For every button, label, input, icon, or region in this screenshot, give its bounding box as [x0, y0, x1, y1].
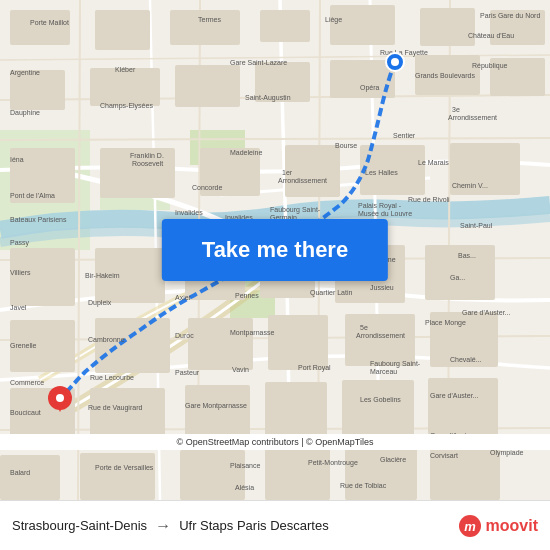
svg-text:Porte de Versailles: Porte de Versailles — [95, 464, 154, 471]
svg-text:Sentier: Sentier — [393, 132, 416, 139]
take-me-there-button[interactable]: Take me there — [162, 219, 388, 281]
svg-text:Concorde: Concorde — [192, 184, 222, 191]
svg-text:Bateaux Parisiens: Bateaux Parisiens — [10, 216, 67, 223]
destination-label: Ufr Staps Paris Descartes — [179, 518, 329, 533]
moovit-logo: m moovit — [458, 514, 538, 538]
svg-rect-24 — [175, 65, 240, 107]
svg-text:Grenelle: Grenelle — [10, 342, 37, 349]
svg-rect-45 — [345, 314, 415, 366]
route-info: Strasbourg-Saint-Denis → Ufr Staps Paris… — [12, 517, 458, 535]
svg-text:Passy: Passy — [10, 239, 30, 247]
svg-text:Kléber: Kléber — [115, 66, 136, 73]
svg-rect-43 — [188, 318, 253, 370]
svg-text:Quartier Latin: Quartier Latin — [310, 289, 353, 297]
svg-rect-48 — [90, 388, 165, 440]
svg-text:Liège: Liège — [325, 16, 342, 24]
svg-text:Corvisart: Corvisart — [430, 452, 458, 459]
svg-rect-15 — [10, 10, 70, 45]
svg-text:Termes: Termes — [198, 16, 221, 23]
svg-text:Rue de Vaugirard: Rue de Vaugirard — [88, 404, 142, 412]
svg-text:Vavin: Vavin — [232, 366, 249, 373]
svg-text:Javel: Javel — [10, 304, 27, 311]
svg-rect-53 — [0, 455, 60, 500]
svg-text:Bir-Hakeim: Bir-Hakeim — [85, 272, 120, 279]
svg-text:Alésia: Alésia — [235, 484, 254, 491]
svg-text:Gare d'Auster...: Gare d'Auster... — [430, 392, 478, 399]
svg-rect-22 — [10, 70, 65, 110]
app: Porte Maillot Termes Liège Paris Gare du… — [0, 0, 550, 550]
svg-rect-35 — [10, 248, 75, 306]
svg-text:Pont de l'Alma: Pont de l'Alma — [10, 192, 55, 199]
svg-text:Chemin V...: Chemin V... — [452, 182, 488, 189]
svg-text:Ga...: Ga... — [450, 274, 465, 281]
origin-label: Strasbourg-Saint-Denis — [12, 518, 147, 533]
svg-text:Gare d'Auster...: Gare d'Auster... — [462, 309, 510, 316]
svg-text:Dupleix: Dupleix — [88, 299, 112, 307]
svg-text:Boucicaut: Boucicaut — [10, 409, 41, 416]
svg-text:Petit-Montrouge: Petit-Montrouge — [308, 459, 358, 467]
svg-text:Les Gobelins: Les Gobelins — [360, 396, 401, 403]
svg-text:Montparnasse: Montparnasse — [230, 329, 274, 337]
svg-text:Commerce: Commerce — [10, 379, 44, 386]
footer: Strasbourg-Saint-Denis → Ufr Staps Paris… — [0, 500, 550, 550]
svg-text:Franklin D.: Franklin D. — [130, 152, 164, 159]
svg-text:3e: 3e — [452, 106, 460, 113]
svg-text:Opéra: Opéra — [360, 84, 380, 92]
svg-text:Bourse: Bourse — [335, 142, 357, 149]
svg-text:Paris Gare du Nord: Paris Gare du Nord — [480, 12, 540, 19]
svg-text:Iéna: Iéna — [10, 156, 24, 163]
svg-text:Gare Saint-Lazare: Gare Saint-Lazare — [230, 59, 287, 66]
svg-text:Grands Boulevards: Grands Boulevards — [415, 72, 475, 79]
svg-text:Rue de Tolbiac: Rue de Tolbiac — [340, 482, 387, 489]
svg-text:Le Marais: Le Marais — [418, 159, 449, 166]
svg-text:Glacière: Glacière — [380, 456, 406, 463]
svg-text:Axier: Axier — [175, 294, 192, 301]
svg-point-150 — [56, 394, 64, 402]
moovit-text: moovit — [486, 517, 538, 535]
svg-rect-55 — [180, 450, 245, 500]
svg-text:Chevalé...: Chevalé... — [450, 356, 482, 363]
map-attribution: © OpenStreetMap contributors | © OpenMap… — [0, 434, 550, 450]
svg-rect-32 — [285, 145, 340, 197]
svg-rect-42 — [95, 318, 170, 373]
svg-text:République: République — [472, 62, 508, 70]
svg-text:Port Royal: Port Royal — [298, 364, 331, 372]
svg-text:Musée du Louvre: Musée du Louvre — [358, 210, 412, 217]
arrow-icon: → — [155, 517, 171, 535]
svg-text:Invalides: Invalides — [175, 209, 203, 216]
svg-text:Arrondissement: Arrondissement — [278, 177, 327, 184]
svg-text:1er: 1er — [282, 169, 293, 176]
svg-text:m: m — [464, 519, 476, 534]
svg-text:Palais Royal -: Palais Royal - — [358, 202, 402, 210]
svg-text:Duroc: Duroc — [175, 332, 194, 339]
svg-text:Faubourg Saint-: Faubourg Saint- — [270, 206, 321, 214]
svg-text:Pennes: Pennes — [235, 292, 259, 299]
svg-text:Dauphine: Dauphine — [10, 109, 40, 117]
svg-rect-16 — [95, 10, 150, 50]
svg-text:Rue de Rivoli: Rue de Rivoli — [408, 196, 450, 203]
svg-text:Marceau: Marceau — [370, 368, 397, 375]
svg-rect-52 — [428, 378, 498, 435]
svg-text:Roosevelt: Roosevelt — [132, 160, 163, 167]
svg-text:Place Monge: Place Monge — [425, 319, 466, 327]
svg-text:Champs-Elysées: Champs-Elysées — [100, 102, 153, 110]
svg-rect-51 — [342, 380, 414, 438]
svg-text:Balard: Balard — [10, 469, 30, 476]
svg-text:Rue Lecourbe: Rue Lecourbe — [90, 374, 134, 381]
svg-rect-54 — [80, 453, 155, 500]
svg-rect-56 — [265, 448, 330, 500]
svg-text:Porte Maillot: Porte Maillot — [30, 19, 69, 26]
svg-rect-18 — [260, 10, 310, 42]
svg-text:Olympiade: Olympiade — [490, 449, 524, 457]
svg-rect-49 — [185, 385, 250, 440]
moovit-logo-icon: m — [458, 514, 482, 538]
svg-text:Arrondissement: Arrondissement — [448, 114, 497, 121]
svg-text:Bas...: Bas... — [458, 252, 476, 259]
svg-text:Plaisance: Plaisance — [230, 462, 260, 469]
svg-text:Cambronne: Cambronne — [88, 336, 125, 343]
svg-point-147 — [391, 58, 399, 66]
svg-text:Gare Montparnasse: Gare Montparnasse — [185, 402, 247, 410]
svg-text:Saint-Paul: Saint-Paul — [460, 222, 493, 229]
svg-text:Château d'Eau: Château d'Eau — [468, 32, 514, 39]
svg-text:Les Halles: Les Halles — [365, 169, 398, 176]
